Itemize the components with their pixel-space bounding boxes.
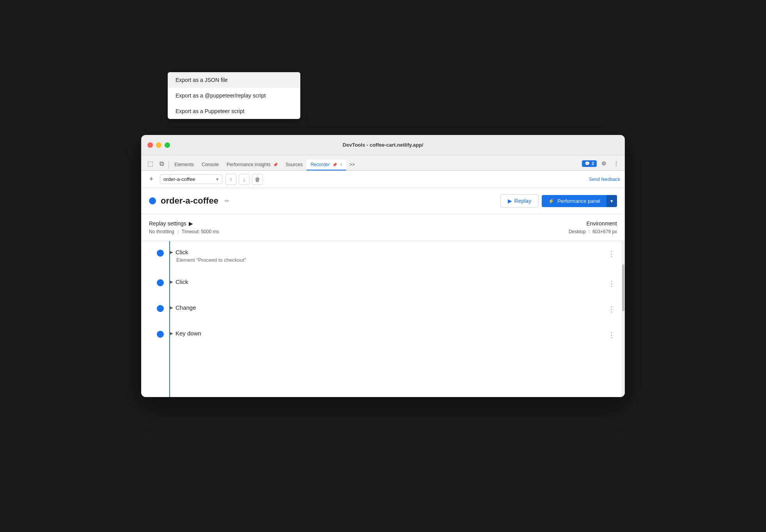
scrollbar-thumb[interactable] bbox=[622, 264, 624, 311]
toolbar-actions: ↑ ↓ 🗑 bbox=[225, 174, 263, 185]
recording-selector[interactable]: order-a-coffee ▾ bbox=[160, 174, 222, 184]
replay-button[interactable]: ▶ Replay bbox=[500, 194, 539, 207]
tab-divider bbox=[168, 161, 169, 169]
settings-section: Replay settings ▶ No throttling | Timeou… bbox=[141, 214, 625, 241]
step-title-row[interactable]: ▶ Change bbox=[170, 304, 606, 311]
recorder-toolbar: + order-a-coffee ▾ ↑ ↓ 🗑 Send feedback bbox=[141, 171, 625, 188]
platform-value: Desktop bbox=[569, 229, 586, 234]
export-icon: ↑ bbox=[230, 176, 232, 183]
step-subtitle: Element "Proceed to checkout" bbox=[176, 257, 606, 263]
step-name: Change bbox=[176, 304, 196, 311]
steps-area: ▶ Click Element "Proceed to checkout" ⋮ … bbox=[141, 241, 625, 397]
tab-recorder[interactable]: Recorder 📌 × bbox=[307, 160, 346, 170]
dropdown-chevron-icon: ▾ bbox=[610, 198, 613, 204]
titlebar: DevTools - coffee-cart.netlify.app/ bbox=[141, 135, 625, 155]
replay-settings-title[interactable]: Replay settings ▶ bbox=[149, 220, 553, 227]
step-title-row[interactable]: ▶ Key down bbox=[170, 330, 606, 337]
edit-icon[interactable]: ✏ bbox=[225, 198, 229, 204]
cursor-icon[interactable]: ⬚ bbox=[144, 158, 156, 169]
settings-details: No throttling | Timeout: 5000 ms bbox=[149, 229, 553, 234]
more-vert-icon: ⋮ bbox=[614, 160, 619, 167]
step-dot bbox=[157, 331, 164, 338]
tab-console[interactable]: Console bbox=[198, 160, 223, 170]
settings-separator: | bbox=[177, 229, 179, 234]
step-dot bbox=[157, 279, 164, 286]
step-name: Click bbox=[176, 249, 188, 255]
step-more-button[interactable]: ⋮ bbox=[606, 249, 617, 259]
throttling-value: No throttling bbox=[149, 229, 174, 234]
minimize-button[interactable] bbox=[156, 142, 161, 148]
environment-title: Environment bbox=[569, 220, 617, 227]
close-button[interactable] bbox=[147, 142, 153, 148]
gear-icon: ⚙ bbox=[601, 160, 606, 167]
step-content: ▶ Click Element "Proceed to checkout" bbox=[170, 249, 606, 263]
step-item: ▶ Key down ⋮ bbox=[157, 330, 617, 340]
scrollbar-track bbox=[622, 241, 625, 397]
tab-sources[interactable]: Sources bbox=[282, 160, 307, 170]
window-title: DevTools - coffee-cart.netlify.app/ bbox=[343, 142, 424, 148]
environment-section: Environment Desktop 603×679 px bbox=[569, 220, 617, 234]
tab-elements[interactable]: Elements bbox=[170, 160, 198, 170]
step-title-row[interactable]: ▶ Click bbox=[170, 278, 606, 285]
step-item: ▶ Click Element "Proceed to checkout" ⋮ bbox=[157, 249, 617, 263]
performance-panel-btn: ⚡ Performance panel ▾ bbox=[542, 195, 617, 207]
send-feedback-link[interactable]: Send feedback bbox=[589, 177, 620, 182]
timeline-line bbox=[169, 241, 170, 397]
step-more-button[interactable]: ⋮ bbox=[606, 304, 617, 314]
step-expand-icon: ▶ bbox=[170, 305, 173, 310]
import-icon: ↓ bbox=[243, 176, 246, 183]
step-title-row[interactable]: ▶ Click bbox=[170, 249, 606, 255]
performance-panel-main-button[interactable]: ⚡ Performance panel bbox=[542, 195, 606, 207]
add-recording-button[interactable]: + bbox=[146, 174, 157, 185]
tabs-right-actions: 💬 2 ⚙ ⋮ bbox=[582, 158, 622, 169]
recording-header: order-a-coffee ✏ ▶ Replay ⚡ Performance … bbox=[141, 188, 625, 214]
devtools-window: DevTools - coffee-cart.netlify.app/ ⬚ ⧉ … bbox=[141, 135, 625, 397]
chat-icon: 💬 bbox=[585, 161, 590, 166]
recorder-pin-icon: 📌 bbox=[332, 163, 337, 167]
replay-settings: Replay settings ▶ No throttling | Timeou… bbox=[149, 220, 553, 234]
step-expand-icon: ▶ bbox=[170, 331, 173, 335]
step-content: ▶ Key down bbox=[170, 330, 606, 337]
recording-status-dot bbox=[149, 197, 156, 204]
inspector-icon[interactable]: ⧉ bbox=[156, 159, 167, 169]
performance-pin-icon: 📌 bbox=[273, 163, 278, 167]
step-name: Click bbox=[176, 278, 188, 285]
delete-icon: 🗑 bbox=[255, 176, 260, 183]
tabs-more-button[interactable]: >> bbox=[346, 160, 358, 170]
step-dot bbox=[157, 305, 164, 312]
step-more-button[interactable]: ⋮ bbox=[606, 278, 617, 289]
step-content: ▶ Click bbox=[170, 278, 606, 285]
export-recording-button[interactable]: ↑ bbox=[225, 174, 236, 185]
environment-details: Desktop 603×679 px bbox=[569, 229, 617, 234]
timeout-value: Timeout: 5000 ms bbox=[182, 229, 219, 234]
dimensions-value: 603×679 px bbox=[592, 229, 617, 234]
recording-title: order-a-coffee bbox=[161, 196, 218, 206]
recording-name: order-a-coffee bbox=[163, 176, 195, 182]
replay-play-icon: ▶ bbox=[508, 198, 512, 204]
devtools-tabs: ⬚ ⧉ Elements Console Performance insight… bbox=[141, 155, 625, 171]
steps-container: ▶ Click Element "Proceed to checkout" ⋮ … bbox=[141, 241, 625, 397]
settings-expand-icon: ▶ bbox=[189, 220, 193, 227]
step-item: ▶ Change ⋮ bbox=[157, 304, 617, 314]
import-recording-button[interactable]: ↓ bbox=[239, 174, 250, 185]
maximize-button[interactable] bbox=[165, 142, 170, 148]
step-name: Key down bbox=[176, 330, 201, 337]
step-item: ▶ Click ⋮ bbox=[157, 278, 617, 289]
step-dot bbox=[157, 250, 164, 257]
recorder-close-icon[interactable]: × bbox=[340, 162, 342, 167]
step-expand-icon: ▶ bbox=[170, 250, 173, 254]
delete-recording-button[interactable]: 🗑 bbox=[252, 174, 263, 185]
perf-icon: ⚡ bbox=[548, 198, 554, 204]
more-options-button[interactable]: ⋮ bbox=[611, 158, 622, 169]
dropdown-arrow-icon: ▾ bbox=[216, 176, 219, 182]
settings-button[interactable]: ⚙ bbox=[598, 158, 609, 169]
chat-feedback-badge[interactable]: 💬 2 bbox=[582, 160, 597, 167]
traffic-lights bbox=[147, 142, 170, 148]
step-content: ▶ Change bbox=[170, 304, 606, 311]
header-actions: ▶ Replay ⚡ Performance panel ▾ bbox=[500, 194, 617, 207]
performance-panel-dropdown-button[interactable]: ▾ bbox=[606, 195, 617, 207]
step-expand-icon: ▶ bbox=[170, 280, 173, 284]
env-separator bbox=[589, 229, 589, 234]
step-more-button[interactable]: ⋮ bbox=[606, 330, 617, 340]
tab-performance-insights[interactable]: Performance insights 📌 bbox=[223, 160, 282, 170]
